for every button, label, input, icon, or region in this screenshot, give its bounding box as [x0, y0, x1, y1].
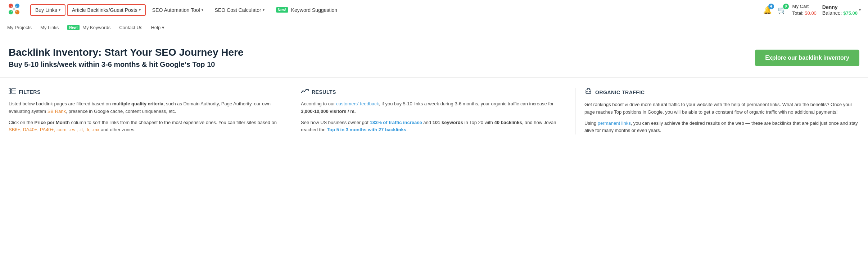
- help-chevron-icon: ▾: [162, 25, 164, 30]
- article-backlinks-label: Article Backlinks/Guest Posts: [72, 7, 137, 13]
- my-keywords-link[interactable]: New! My Keywords: [67, 25, 110, 30]
- seo-cost-calc-label: SEO Cost Calculator: [215, 7, 261, 13]
- puzzle-icon: [584, 88, 592, 97]
- customers-feedback-link[interactable]: customers' feedback: [336, 101, 379, 106]
- results-feature: RESULTS According to our customers' feed…: [292, 88, 576, 134]
- filter-zones-link[interactable]: SB6+, DA40+, PA40+, .com, .es , .it, .fr…: [9, 127, 99, 132]
- my-links-link[interactable]: My Links: [40, 25, 59, 30]
- chevron-down-icon: ▾: [263, 8, 265, 12]
- cart-label: My Cart: [792, 3, 817, 10]
- cart-icon[interactable]: 🛒 0: [778, 6, 787, 14]
- explore-backlinks-button[interactable]: Explore our backlink inventory: [755, 50, 859, 66]
- filters-header: FILTERS: [9, 88, 283, 96]
- logo[interactable]: [7, 2, 23, 18]
- nav-items: Buy Links ▾ Article Backlinks/Guest Post…: [30, 4, 763, 16]
- features-section: FILTERS Listed below backlink pages are …: [0, 78, 868, 145]
- seo-cost-calc-button[interactable]: SEO Cost Calculator ▾: [210, 4, 270, 16]
- my-keywords-label: My Keywords: [82, 25, 110, 30]
- buy-links-label: Buy Links: [35, 7, 57, 13]
- filters-text-1: Listed below backlink pages are filtered…: [9, 100, 283, 115]
- results-text-1: According to our customers' feedback, if…: [301, 100, 567, 115]
- cart-info: My Cart Total: $0.00: [792, 3, 817, 16]
- sb-rank-link[interactable]: SB Rank: [48, 109, 66, 114]
- my-projects-link[interactable]: My Projects: [7, 25, 32, 30]
- chevron-down-icon: ▾: [139, 8, 141, 12]
- hero-section: Backlink Inventory: Start Your SEO Journ…: [0, 35, 868, 78]
- seo-automation-button[interactable]: SEO Automation Tool ▾: [147, 4, 208, 16]
- chevron-down-icon: ▾: [202, 8, 203, 12]
- user-menu[interactable]: Denny Balance: $75.00 ▾: [822, 4, 861, 16]
- seo-automation-label: SEO Automation Tool: [152, 7, 200, 13]
- results-title: RESULTS: [312, 89, 336, 95]
- filters-icon: [9, 88, 16, 96]
- organic-traffic-text-1: Get rankings boost & drive more natural …: [584, 101, 859, 116]
- filters-feature: FILTERS Listed below backlink pages are …: [9, 88, 292, 134]
- user-name: Denny: [822, 4, 858, 10]
- organic-traffic-feature: ORGANIC TRAFFIC Get rankings boost & dri…: [576, 88, 859, 134]
- traffic-increase-link[interactable]: 183% of traffic increase: [370, 120, 422, 125]
- new-badge: New!: [276, 7, 288, 13]
- keyword-suggestion-button[interactable]: New! Keyword Suggestion: [271, 4, 342, 16]
- cart-total-label: Total:: [792, 10, 804, 16]
- filters-title: FILTERS: [19, 89, 41, 95]
- svg-point-14: [10, 92, 12, 94]
- user-chevron-icon: ▾: [859, 8, 861, 12]
- top-navigation: Buy Links ▾ Article Backlinks/Guest Post…: [0, 0, 868, 20]
- organic-traffic-title: ORGANIC TRAFFIC: [595, 90, 645, 95]
- hero-title: Backlink Inventory: Start Your SEO Journ…: [9, 47, 244, 58]
- filters-text-2: Click on the Price per Month column to s…: [9, 119, 283, 134]
- cart-total-value: $0.00: [805, 10, 817, 16]
- keywords-new-badge: New!: [67, 25, 80, 30]
- balance-value: $75.00: [843, 10, 858, 16]
- permanent-links-link[interactable]: permanent links: [598, 120, 631, 126]
- hero-subtitle: Buy 5-10 links/week within 3-6 months & …: [9, 60, 244, 69]
- notification-icon[interactable]: 🔔 4: [763, 6, 772, 14]
- results-icon: [301, 88, 309, 96]
- organic-traffic-header: ORGANIC TRAFFIC: [584, 88, 859, 97]
- help-label: Help: [151, 25, 161, 30]
- svg-point-12: [10, 88, 12, 90]
- chevron-down-icon: ▾: [59, 8, 60, 12]
- nav-right: 🔔 4 🛒 0 My Cart Total: $0.00 Denny Balan…: [763, 3, 861, 16]
- svg-point-13: [10, 90, 12, 92]
- results-text-2: See how US business owner got 183% of tr…: [301, 119, 567, 134]
- cart-count: 0: [783, 4, 789, 9]
- cart-total-line: Total: $0.00: [792, 10, 817, 17]
- notification-count: 4: [768, 4, 774, 9]
- user-details: Denny Balance: $75.00: [822, 4, 858, 16]
- buy-links-button[interactable]: Buy Links ▾: [30, 4, 65, 16]
- results-header: RESULTS: [301, 88, 567, 96]
- top5-link[interactable]: Top 5 in 3 months with 27 backlinks: [327, 127, 406, 132]
- organic-traffic-text-2: Using permanent links, you can easily ac…: [584, 120, 859, 135]
- user-balance-line: Balance: $75.00: [822, 10, 858, 16]
- keyword-suggestion-label: Keyword Suggestion: [291, 7, 337, 13]
- article-backlinks-button[interactable]: Article Backlinks/Guest Posts ▾: [67, 4, 146, 16]
- contact-us-link[interactable]: Contact Us: [119, 25, 142, 30]
- balance-label: Balance:: [822, 10, 842, 16]
- hero-text: Backlink Inventory: Start Your SEO Journ…: [9, 47, 244, 69]
- help-link[interactable]: Help ▾: [151, 25, 164, 30]
- secondary-navigation: My Projects My Links New! My Keywords Co…: [0, 20, 868, 35]
